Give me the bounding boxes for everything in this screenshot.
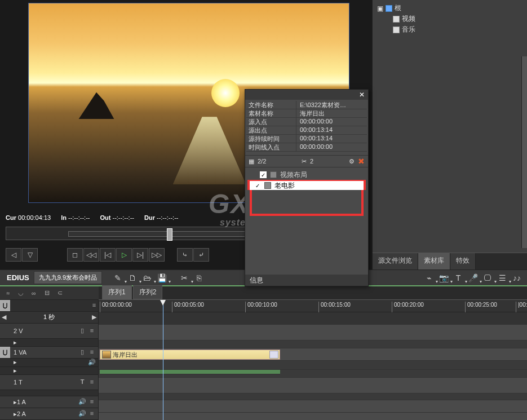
info-panel-footer: 信息 bbox=[245, 275, 368, 286]
sequence-tab-1[interactable]: 序列1 bbox=[102, 285, 132, 299]
audio-toggle-icon[interactable]: 🔊 bbox=[88, 359, 96, 366]
cut-icon[interactable]: ✂ bbox=[178, 272, 191, 284]
effect-row-old-movie[interactable]: ✓ 老电影 bbox=[247, 180, 366, 190]
mode-link-icon[interactable]: ∞ bbox=[28, 288, 39, 298]
time-tick: |00:00 bbox=[516, 302, 527, 313]
prop-value: 00:00:13:14 bbox=[296, 126, 367, 134]
scale-right-icon[interactable]: ▶ bbox=[90, 313, 98, 321]
track-name[interactable]: 2 V bbox=[10, 328, 78, 334]
mode-snap-icon[interactable]: ⊂ bbox=[54, 288, 65, 298]
effect-strip[interactable] bbox=[100, 370, 280, 374]
gear-icon[interactable]: ⚙ bbox=[349, 158, 355, 165]
clip-info-panel[interactable]: ✕ 文件名称E:\0322素材资… 素材名称海岸日出 源入点00:00:00:0… bbox=[245, 89, 369, 286]
tree-item-music[interactable]: 音乐 bbox=[393, 24, 522, 35]
open-icon[interactable]: 🗁 bbox=[140, 272, 154, 284]
info-footer-label[interactable]: 信息 bbox=[250, 276, 263, 285]
sequence-tab-2[interactable]: 序列2 bbox=[133, 285, 163, 299]
next-frame-button[interactable]: ▷| bbox=[132, 248, 148, 262]
video-master-toggle[interactable]: ⋃ bbox=[0, 347, 10, 358]
transport-btn-a[interactable]: ◁ bbox=[6, 248, 21, 262]
tool-monitor-icon[interactable]: 🖵 bbox=[481, 272, 494, 284]
track-menu-icon[interactable]: ≡ bbox=[88, 378, 96, 386]
prop-value: 00:00:00:00 bbox=[296, 143, 367, 151]
checkbox-icon[interactable]: ✓ bbox=[254, 182, 261, 189]
preview-playhead[interactable] bbox=[167, 228, 172, 241]
video-toggle-icon[interactable]: ▯ bbox=[78, 348, 86, 356]
tool-camera-icon[interactable]: 📷 bbox=[437, 272, 450, 284]
effect-label: 老电影 bbox=[274, 181, 295, 191]
track-name[interactable]: ▸1 A bbox=[10, 399, 78, 406]
copy-icon[interactable]: ⎘ bbox=[192, 272, 206, 284]
dur-value[interactable]: --:--:--:-- bbox=[157, 214, 178, 221]
time-tick: 00:00:00:00 bbox=[100, 302, 132, 313]
time-tick: 00:00:15:00 bbox=[318, 302, 351, 313]
mode-ripple-icon[interactable]: ≈ bbox=[2, 288, 14, 298]
dur-label: Dur bbox=[144, 214, 155, 221]
new-icon[interactable]: 🗋 bbox=[126, 272, 139, 284]
stop-button[interactable]: ◻ bbox=[67, 248, 83, 262]
tool-list-icon[interactable]: ☰ bbox=[495, 272, 509, 284]
collapse-icon[interactable]: ≡ bbox=[90, 302, 98, 310]
track-menu-icon[interactable]: ≡ bbox=[88, 327, 96, 335]
brush-icon[interactable]: ✎ bbox=[111, 272, 125, 284]
tab-effects[interactable]: 特效 bbox=[450, 253, 476, 269]
audio-toggle-icon[interactable]: 🔊 bbox=[78, 410, 86, 418]
prop-value: 00:00:00:00 bbox=[296, 118, 367, 126]
timeline-playhead[interactable] bbox=[163, 300, 163, 420]
prev-frame-button[interactable]: |◁ bbox=[100, 248, 116, 262]
video-master-toggle[interactable]: ⋃ bbox=[0, 300, 10, 311]
title-toggle-icon[interactable]: T bbox=[78, 378, 86, 386]
out-value[interactable]: --:--:--:-- bbox=[112, 214, 134, 221]
tool-mic-icon[interactable]: 🎤 bbox=[466, 272, 480, 284]
save-icon[interactable]: 💾 bbox=[155, 272, 169, 284]
tab-bin[interactable]: 素材库 bbox=[418, 253, 450, 269]
track-menu-icon[interactable]: ≡ bbox=[88, 398, 96, 406]
remove-effect-button[interactable]: ✖ bbox=[358, 157, 365, 166]
timeline-clip[interactable]: 海岸日出 bbox=[100, 350, 280, 360]
mark-out-button[interactable]: ⤶ bbox=[193, 248, 209, 262]
prop-value: 00:00:13:14 bbox=[296, 135, 367, 143]
scissors-icon[interactable]: ✂ bbox=[302, 158, 307, 165]
effect-icon bbox=[270, 171, 277, 178]
fast-forward-button[interactable]: ▷▷ bbox=[149, 248, 165, 262]
track-name[interactable]: 1 T bbox=[10, 379, 78, 386]
cur-label: Cur bbox=[6, 214, 16, 221]
track-menu-icon[interactable]: ≡ bbox=[88, 410, 96, 418]
project-name-button[interactable]: 九九九9.9发布会时品 bbox=[34, 271, 102, 284]
effect-row-layout[interactable]: ✓ 视频布局 bbox=[255, 170, 366, 180]
effects-toolbar: ▦ 2/2 ✂ 2 ⚙ ✖ bbox=[245, 155, 368, 167]
scale-label[interactable]: 1 秒 bbox=[8, 313, 90, 321]
prop-label: 时间线入点 bbox=[246, 143, 296, 151]
transport-btn-b[interactable]: ▽ bbox=[22, 248, 38, 262]
effect-icon bbox=[264, 182, 271, 189]
tool-razor-icon[interactable]: ⌁ bbox=[422, 272, 436, 284]
track-menu-icon[interactable]: ≡ bbox=[88, 348, 96, 356]
close-icon[interactable]: ✕ bbox=[358, 91, 366, 99]
timeline-body[interactable]: 00:00:00:00 00:00:05:00 00:00:10:00 00:0… bbox=[99, 300, 527, 420]
track-name[interactable]: 1 VA bbox=[10, 349, 78, 356]
mode-sync-icon[interactable]: ◡ bbox=[15, 288, 26, 298]
tree-root[interactable]: ▣ 根 bbox=[377, 3, 522, 14]
scale-left-icon[interactable]: ◀ bbox=[0, 313, 8, 321]
folder-icon bbox=[393, 26, 400, 33]
track-name[interactable]: ▸2 A bbox=[10, 410, 78, 418]
rewind-button[interactable]: ◁◁ bbox=[83, 248, 99, 262]
tab-source-browser[interactable]: 源文件浏览 bbox=[373, 253, 418, 269]
tool-title-icon[interactable]: T bbox=[451, 272, 465, 284]
tree-item-video[interactable]: 视频 bbox=[393, 14, 522, 24]
audio-toggle-icon[interactable]: 🔊 bbox=[78, 398, 86, 406]
mark-in-button[interactable]: ⤷ bbox=[177, 248, 193, 262]
timeline-mode-bar: ≈ ◡ ∞ ⊟ ⊂ bbox=[0, 286, 99, 300]
time-tick: 00:00:10:00 bbox=[245, 302, 277, 313]
cur-value[interactable]: 00:00:04:13 bbox=[18, 214, 51, 221]
track-headers: ⋃ ≡ ◀ 1 秒 ▶ 2 V ▯ ≡ ▸ ⋃ 1 VA ▯ ≡ bbox=[0, 300, 99, 420]
play-button[interactable]: ▷ bbox=[116, 248, 132, 262]
asset-tree: ▣ 根 视频 音乐 bbox=[373, 0, 527, 38]
tool-mixer-icon[interactable]: ♪♪ bbox=[510, 272, 524, 284]
prop-value: 海岸日出 bbox=[296, 109, 367, 117]
checkbox-icon[interactable]: ✓ bbox=[260, 171, 267, 178]
timeline-panel: ⋃ ≡ ◀ 1 秒 ▶ 2 V ▯ ≡ ▸ ⋃ 1 VA ▯ ≡ bbox=[0, 300, 527, 420]
in-value[interactable]: --:--:--:-- bbox=[68, 214, 90, 221]
video-toggle-icon[interactable]: ▯ bbox=[78, 327, 86, 335]
mode-group-icon[interactable]: ⊟ bbox=[41, 288, 52, 298]
